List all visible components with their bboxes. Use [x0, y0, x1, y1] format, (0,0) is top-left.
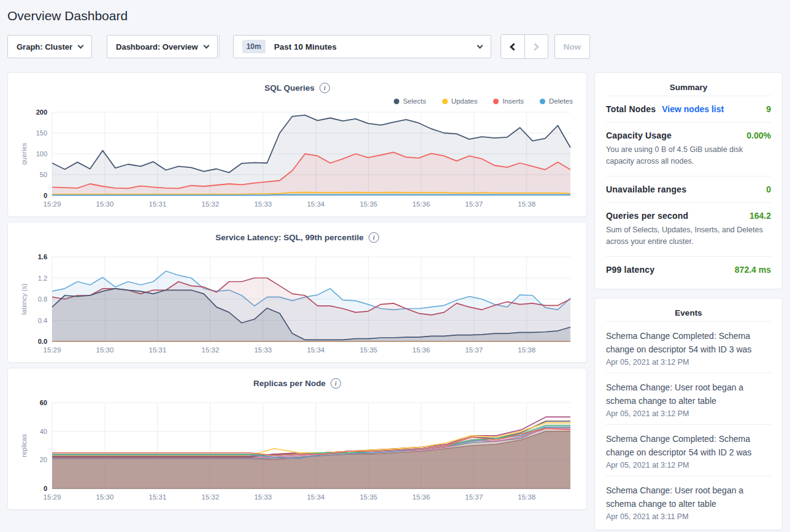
time-step-back-button[interactable] — [501, 35, 524, 58]
svg-text:15:32: 15:32 — [202, 493, 220, 501]
svg-text:1.6: 1.6 — [38, 253, 47, 260]
overview-dashboard-page: Overview Dashboard Graph: Cluster Dashbo… — [0, 0, 790, 530]
summary-card: Summary Total Nodes View nodes list 9 Ca… — [594, 72, 783, 289]
svg-text:15:37: 15:37 — [465, 346, 483, 354]
svg-text:15:36: 15:36 — [412, 200, 430, 208]
svg-text:15:30: 15:30 — [96, 493, 114, 501]
svg-text:15:32: 15:32 — [202, 200, 220, 208]
svg-text:40: 40 — [40, 428, 47, 435]
sql-queries-chart-card: SQL Queries i Selects Updates Inserts — [7, 72, 587, 217]
svg-text:15:29: 15:29 — [44, 200, 61, 208]
svg-text:15:33: 15:33 — [254, 493, 272, 501]
summary-row-total-nodes: Total Nodes View nodes list 9 — [606, 96, 771, 122]
svg-text:200: 200 — [36, 108, 47, 116]
summary-value: 872.4 ms — [735, 265, 771, 275]
svg-text:15:35: 15:35 — [359, 493, 377, 501]
event-date: Apr 05, 2021 at 3:12 PM — [606, 356, 771, 367]
event-text: Schema Change: User root began a schema … — [606, 381, 771, 408]
charts-column: SQL Queries i Selects Updates Inserts — [7, 72, 587, 510]
legend-dot — [493, 99, 499, 104]
svg-text:50: 50 — [40, 171, 47, 178]
svg-text:15:34: 15:34 — [307, 200, 324, 208]
service-latency-chart-card: Service Latency: SQL, 99th percentile i … — [7, 222, 587, 363]
summary-label: Capacity Usage — [606, 131, 672, 140]
svg-text:15:36: 15:36 — [412, 346, 430, 354]
summary-label: Total Nodes — [606, 104, 656, 114]
svg-text:0.0: 0.0 — [38, 338, 47, 345]
list-item[interactable]: Schema Change: User root began a schema … — [606, 373, 771, 424]
dashboard-dropdown[interactable]: Dashboard: Overview — [107, 35, 218, 58]
time-step-button-group — [500, 34, 548, 59]
svg-text:0: 0 — [44, 192, 47, 199]
chevron-right-icon — [531, 43, 539, 51]
summary-title: Summary — [606, 83, 771, 96]
sql-queries-chart[interactable]: 15:2915:3015:3115:3215:3315:3415:3515:36… — [18, 107, 578, 210]
chart-title-row: Service Latency: SQL, 99th percentile i — [18, 230, 577, 245]
legend-item-deletes[interactable]: Deletes — [540, 97, 573, 105]
chevron-down-icon — [203, 42, 209, 48]
svg-text:15:31: 15:31 — [149, 200, 167, 208]
summary-row-unavailable-ranges: Unavailable ranges 0 — [606, 176, 771, 202]
svg-text:replicas: replicas — [20, 434, 28, 457]
legend-item-inserts[interactable]: Inserts — [493, 97, 524, 105]
events-title: Events — [606, 308, 771, 321]
summary-label: Queries per second — [606, 211, 688, 221]
svg-text:15:37: 15:37 — [465, 493, 483, 501]
chart-legend: Selects Updates Inserts Deletes — [18, 95, 577, 107]
legend-item-updates[interactable]: Updates — [442, 97, 478, 105]
svg-text:0.8: 0.8 — [38, 295, 47, 303]
time-range-select[interactable]: 10m Past 10 Minutes — [233, 35, 491, 58]
legend-label: Selects — [403, 97, 426, 105]
svg-text:150: 150 — [36, 129, 47, 137]
svg-text:15:37: 15:37 — [465, 200, 483, 208]
summary-desc: Sum of Selects, Updates, Inserts, and De… — [606, 221, 771, 248]
legend-dot — [442, 99, 448, 104]
list-item[interactable]: Schema Change: User root began a schema … — [606, 476, 771, 527]
view-nodes-list-link[interactable]: View nodes list — [662, 104, 724, 114]
chevron-down-icon — [78, 42, 84, 48]
main-content: SQL Queries i Selects Updates Inserts — [7, 72, 783, 530]
list-item[interactable]: Schema Change Completed: Schema change o… — [606, 424, 771, 476]
legend-label: Updates — [451, 97, 478, 105]
summary-row-p99-latency: P99 latency 872.4 ms — [606, 256, 771, 283]
service-latency-chart[interactable]: 15:2915:3015:3115:3215:3315:3415:3515:36… — [18, 252, 578, 356]
replicas-per-node-chart[interactable]: 15:2915:3015:3115:3215:3315:3415:3515:36… — [18, 398, 578, 503]
svg-text:15:32: 15:32 — [202, 346, 220, 354]
svg-text:15:29: 15:29 — [44, 346, 61, 354]
summary-row-queries-per-second: Queries per second 164.2 Sum of Selects,… — [606, 202, 771, 256]
svg-text:15:31: 15:31 — [149, 346, 167, 354]
event-date: Apr 05, 2021 at 3:11 PM — [606, 511, 771, 521]
now-button[interactable]: Now — [554, 34, 590, 59]
chevron-down-icon — [477, 42, 483, 48]
sidebar-column: Summary Total Nodes View nodes list 9 Ca… — [594, 72, 783, 530]
svg-text:15:35: 15:35 — [359, 200, 377, 208]
summary-label: P99 latency — [606, 265, 654, 275]
list-item[interactable]: Schema Change Completed: Schema change o… — [606, 321, 771, 373]
chart-title: SQL Queries — [264, 83, 315, 93]
controls-divider — [219, 35, 220, 58]
svg-text:15:35: 15:35 — [359, 346, 377, 354]
svg-text:15:34: 15:34 — [307, 346, 324, 354]
legend-item-selects[interactable]: Selects — [394, 97, 426, 105]
summary-value: 0.00% — [746, 131, 771, 140]
graph-dropdown[interactable]: Graph: Cluster — [7, 35, 92, 58]
chart-title: Replicas per Node — [253, 379, 326, 388]
svg-text:15:31: 15:31 — [149, 493, 167, 501]
svg-text:15:29: 15:29 — [44, 493, 61, 501]
svg-text:15:33: 15:33 — [254, 346, 272, 354]
info-icon[interactable]: i — [320, 83, 330, 93]
svg-text:15:30: 15:30 — [96, 346, 114, 354]
chevron-left-icon — [510, 43, 518, 51]
info-icon[interactable]: i — [331, 378, 341, 389]
replicas-per-node-chart-card: Replicas per Node i 15:2915:3015:3115:32… — [7, 368, 587, 510]
event-text: Schema Change Completed: Schema change o… — [606, 432, 771, 459]
svg-text:20: 20 — [40, 456, 47, 463]
info-icon[interactable]: i — [369, 232, 379, 243]
svg-text:15:34: 15:34 — [307, 493, 324, 501]
legend-label: Deletes — [549, 97, 573, 105]
svg-text:15:33: 15:33 — [254, 200, 272, 208]
time-step-forward-button[interactable] — [524, 35, 548, 58]
summary-value: 9 — [766, 104, 771, 114]
chart-title: Service Latency: SQL, 99th percentile — [215, 233, 364, 242]
svg-text:15:38: 15:38 — [518, 200, 535, 208]
